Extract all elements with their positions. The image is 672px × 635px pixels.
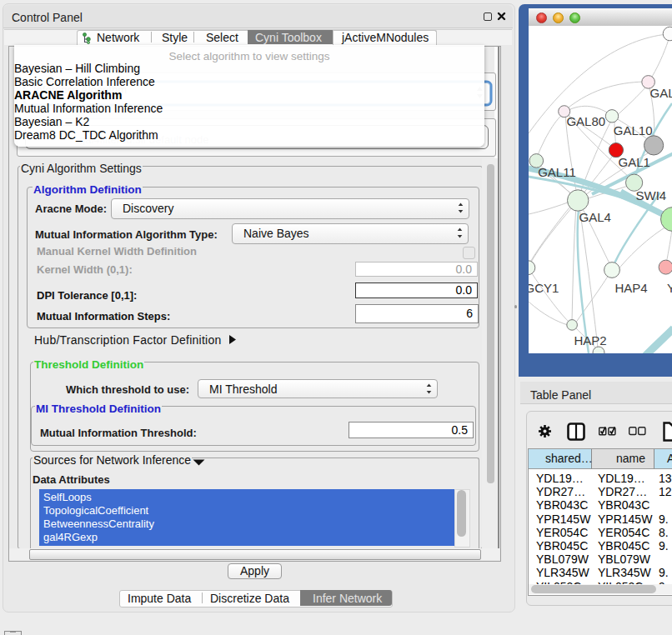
svg-text:GAL10: GAL10 xyxy=(614,123,653,138)
svg-text:Y: Y xyxy=(667,281,672,295)
svg-text:GAL11: GAL11 xyxy=(538,165,576,179)
svg-text:GAL: GAL xyxy=(650,86,672,100)
svg-text:GAL80: GAL80 xyxy=(566,114,605,128)
svg-text:GAL4: GAL4 xyxy=(579,210,611,224)
svg-text:SWI4: SWI4 xyxy=(636,188,667,202)
svg-text:HAP4: HAP4 xyxy=(615,281,648,295)
svg-text:GAL1: GAL1 xyxy=(619,155,650,169)
svg-text:GCY1: GCY1 xyxy=(529,281,559,295)
svg-text:HAP2: HAP2 xyxy=(574,333,607,348)
